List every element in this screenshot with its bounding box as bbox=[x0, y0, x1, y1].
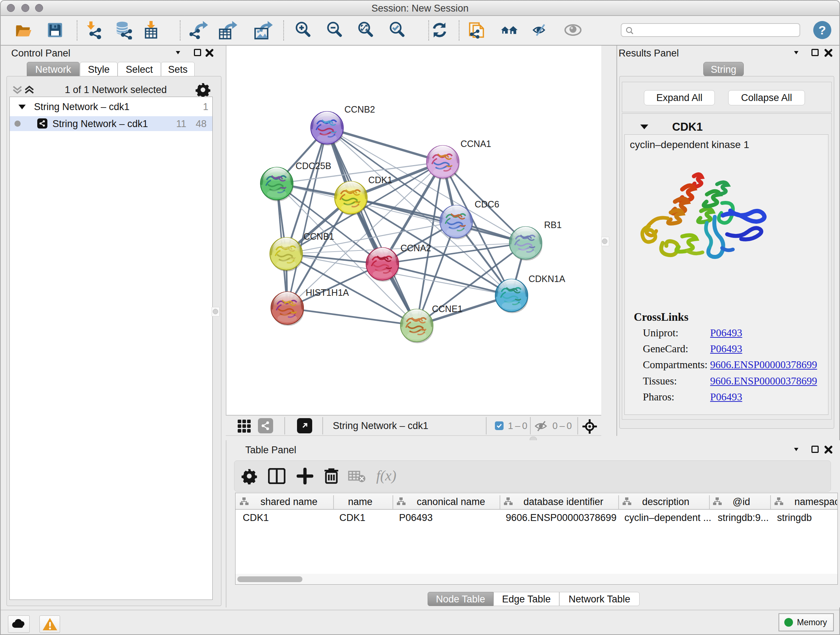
svg-text:HIST1H1A: HIST1H1A bbox=[306, 287, 349, 298]
svg-text:CCNB1: CCNB1 bbox=[303, 231, 334, 241]
svg-text:CDC25B: CDC25B bbox=[295, 161, 332, 171]
svg-text:CDC6: CDC6 bbox=[475, 199, 499, 209]
svg-text:CDKN1A: CDKN1A bbox=[529, 274, 565, 284]
svg-text:CCNE1: CCNE1 bbox=[432, 304, 463, 314]
svg-text:RB1: RB1 bbox=[544, 220, 562, 230]
svg-text:CCNA2: CCNA2 bbox=[401, 243, 431, 253]
svg-text:CCNB2: CCNB2 bbox=[344, 104, 375, 114]
svg-text:CDK1: CDK1 bbox=[368, 175, 393, 185]
svg-text:CCNA1: CCNA1 bbox=[461, 139, 491, 149]
